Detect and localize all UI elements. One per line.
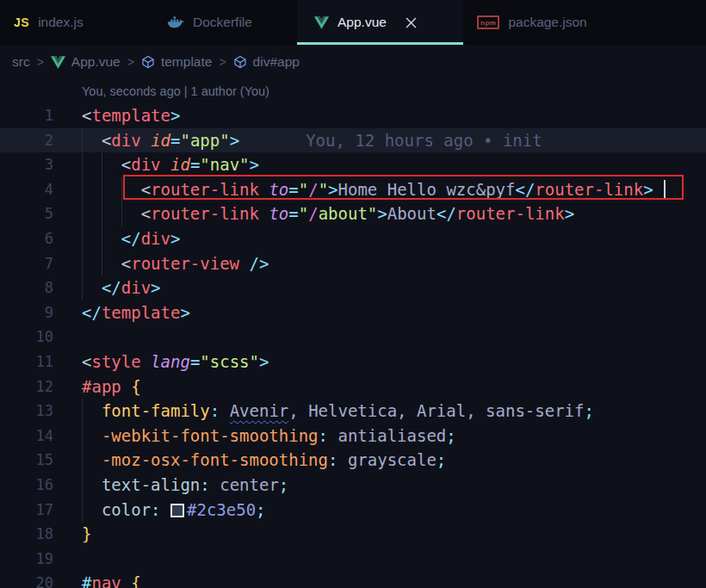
token: [82, 254, 121, 273]
codelens-blame[interactable]: You, seconds ago | 1 author (You): [0, 79, 706, 103]
token: =: [288, 204, 298, 223]
code-text: <style lang="scss">: [82, 350, 269, 374]
breadcrumb-item-app-vue[interactable]: App.vue: [51, 54, 121, 70]
code-line[interactable]: 15 -moz-osx-font-smoothing: grayscale;: [0, 448, 706, 473]
code-line[interactable]: 12#app {: [0, 374, 706, 399]
code-line[interactable]: 16 text-align: center;: [0, 473, 706, 498]
vue-icon: [314, 16, 329, 29]
line-number: 12: [0, 374, 53, 399]
line-number: 11: [0, 350, 53, 374]
token: ": [299, 204, 308, 223]
token: >: [151, 278, 160, 297]
token: [82, 204, 141, 223]
tab-dockerfile[interactable]: Dockerfile: [145, 0, 297, 45]
code-line[interactable]: 13 font-family: Avenir, Helvetica, Arial…: [0, 399, 706, 424]
token: nav: [91, 573, 121, 588]
line-number: 13: [0, 399, 53, 424]
line-number: 10: [0, 325, 53, 350]
token: >: [565, 204, 574, 223]
code-text: -webkit-font-smoothing: antialiased;: [82, 424, 456, 449]
token: [121, 573, 131, 588]
token: </: [82, 303, 102, 322]
vue-icon: [51, 56, 65, 69]
code-line[interactable]: 10: [0, 325, 706, 350]
code-line[interactable]: 4 <router-link to="/">Home Hello wzc&pyf…: [0, 177, 706, 202]
tab-label: index.js: [38, 15, 84, 30]
line-number: 1: [0, 103, 53, 128]
tab-index-js[interactable]: JSindex.js: [0, 0, 145, 45]
code-line[interactable]: 8 </div>: [0, 275, 706, 300]
token: [82, 450, 102, 469]
token: router-link: [456, 204, 565, 223]
token: =: [170, 131, 180, 150]
tab-app-vue[interactable]: App.vue: [297, 0, 463, 45]
token: =: [190, 155, 200, 174]
breadcrumb-item-template[interactable]: template: [141, 54, 212, 70]
code-line[interactable]: 14 -webkit-font-smoothing: antialiased;: [0, 424, 706, 449]
code-text: </div>: [82, 275, 161, 300]
code-text: <div id="nav">: [82, 152, 259, 177]
token: , Helvetica, Arial, sans-serif: [288, 401, 584, 420]
code-area: 1<template>2 <div id="app">You, 12 hours…: [0, 103, 706, 588]
breadcrumb-item-src[interactable]: src: [12, 54, 30, 70]
token: "app": [180, 131, 229, 150]
token: :: [210, 401, 220, 420]
token: id: [151, 131, 170, 150]
token: {: [131, 573, 140, 588]
color-swatch[interactable]: [170, 504, 184, 517]
code-text: text-align: center;: [82, 473, 288, 498]
code-text: }: [82, 522, 91, 547]
token: >: [377, 204, 387, 223]
code-line[interactable]: 2 <div id="app">You, 12 hours ago • init: [0, 128, 706, 153]
line-number: 17: [0, 498, 53, 523]
code-line[interactable]: 20#nav {: [0, 571, 706, 588]
code-line[interactable]: 6 </div>: [0, 226, 706, 251]
code-line[interactable]: 19: [0, 547, 706, 572]
close-icon[interactable]: [406, 17, 417, 28]
token: Avenir: [230, 401, 289, 420]
vscode-editor-window: JSindex.jsDockerfileApp.vuenpmpackage.js…: [0, 0, 706, 588]
token: </: [437, 204, 456, 223]
breadcrumb-item-div-app[interactable]: div#app: [233, 54, 300, 70]
code-line[interactable]: 9</template>: [0, 300, 706, 325]
line-number: 2: [0, 128, 53, 153]
code-text: #app {: [82, 374, 141, 399]
token: /: [308, 180, 318, 199]
token: "nav": [200, 155, 249, 174]
token: template: [91, 106, 170, 125]
code-line[interactable]: 17 color: #2c3e50;: [0, 498, 706, 523]
code-text: </div>: [82, 226, 180, 251]
breadcrumb-label: div#app: [253, 54, 300, 70]
code-text: #nav {: [82, 571, 141, 588]
token: "scss": [200, 352, 259, 371]
token: #2c3e50: [187, 500, 256, 519]
token: router-view: [131, 254, 239, 273]
code-line[interactable]: 18}: [0, 522, 706, 547]
code-line[interactable]: 1<template>: [0, 103, 706, 128]
code-text: font-family: Avenir, Helvetica, Arial, s…: [82, 399, 594, 424]
code-text: </template>: [82, 300, 190, 325]
tab-package-json[interactable]: npmpackage.json: [463, 0, 620, 45]
code-line[interactable]: 3 <div id="nav">: [0, 152, 706, 177]
token: [239, 254, 249, 273]
token: #: [82, 573, 91, 588]
token: >: [328, 180, 338, 199]
token: <: [141, 180, 151, 199]
token: center: [220, 475, 279, 494]
breadcrumb-label: template: [161, 54, 212, 70]
code-line[interactable]: 7 <router-view />: [0, 251, 706, 276]
code-line[interactable]: 5 <router-link to="/about">About</router…: [0, 201, 706, 226]
line-number: 5: [0, 201, 53, 226]
token: [141, 352, 151, 371]
token: =: [190, 352, 200, 371]
token: <: [102, 131, 111, 150]
token: color: [102, 500, 151, 519]
code-text: <router-view />: [82, 251, 269, 276]
token: [82, 426, 102, 445]
token: :: [328, 450, 338, 469]
code-line[interactable]: 11<style lang="scss">: [0, 350, 706, 374]
token: <: [82, 106, 91, 125]
js-icon: JS: [14, 15, 29, 29]
token: :: [200, 475, 209, 494]
token: antialiased: [338, 426, 446, 445]
